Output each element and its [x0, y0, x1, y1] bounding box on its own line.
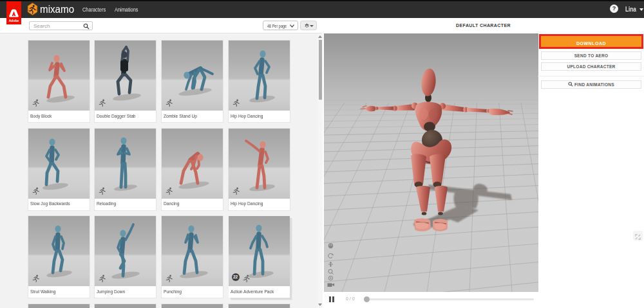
svg-text:Adobe: Adobe: [9, 19, 19, 23]
